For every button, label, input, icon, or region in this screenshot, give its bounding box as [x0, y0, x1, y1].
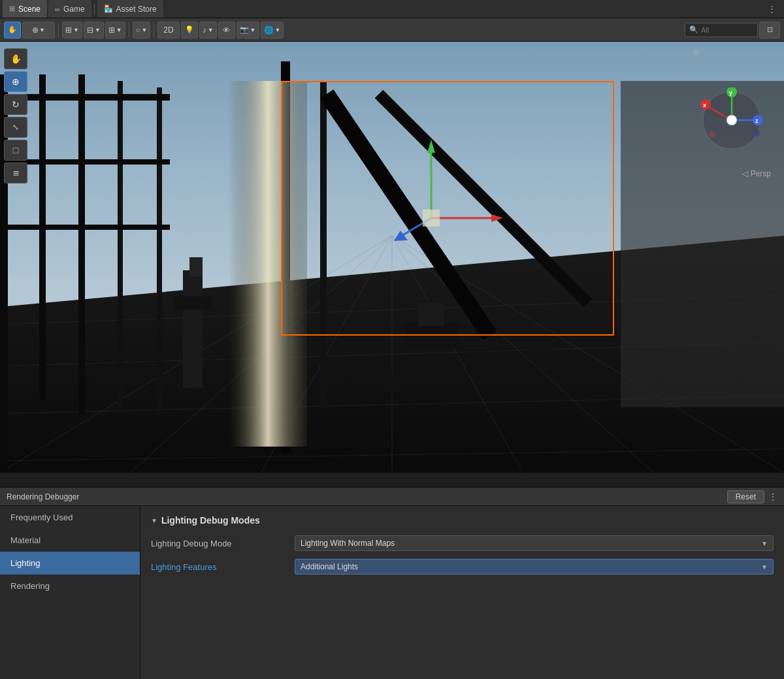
sidebar-item-frequently-used[interactable]: Frequently Used	[0, 506, 140, 529]
tab-assetstore[interactable]: 🏪 Asset Store	[97, 0, 163, 18]
rect-tool[interactable]: □	[4, 140, 27, 161]
panel-more-button[interactable]: ⋮	[768, 492, 777, 502]
panel-body: Frequently Used Material Lighting Render…	[0, 506, 784, 679]
hand-tool[interactable]: ✋	[4, 48, 27, 69]
global-icon: ⊟	[87, 25, 93, 35]
scale-tool-icon: ⤡	[12, 123, 19, 132]
toolbar-sep-3	[154, 23, 154, 37]
search-box: 🔍	[685, 23, 758, 37]
sidebar-item-material[interactable]: Material	[0, 529, 140, 552]
2d-label: 2D	[163, 25, 173, 35]
left-toolbar: ✋ ⊕ ↻ ⤡ □ ⊞	[4, 48, 27, 183]
shading-arrow: ▼	[141, 27, 147, 33]
search-icon: 🔍	[689, 25, 698, 34]
snap-icon: ⊞	[108, 25, 115, 35]
property-row-debug-mode: Lighting Debug Mode Lighting With Normal…	[151, 535, 774, 552]
svg-text:y: y	[729, 89, 732, 96]
pivot-tool-button[interactable]: ⊞ ▼	[62, 22, 82, 39]
move-tool-icon: ⊕	[12, 76, 20, 87]
fx-icon: 👁	[223, 26, 230, 34]
globe-button[interactable]: 🌐 ▼	[261, 22, 284, 39]
global-arrow: ▼	[95, 27, 101, 33]
move-icon: ⊕	[32, 25, 39, 35]
svg-point-49	[709, 131, 715, 138]
sidebar-item-rendering[interactable]: Rendering	[0, 575, 140, 597]
debug-mode-value: Lighting With Normal Maps ▼	[295, 535, 774, 551]
selection-box	[281, 81, 614, 336]
game-icon: ∞	[55, 5, 60, 13]
rect-tool-icon: □	[13, 145, 18, 155]
transform-tool[interactable]: ⊞	[4, 163, 27, 183]
snap-arrow: ▼	[116, 27, 122, 33]
rotate-tool-icon: ↻	[12, 99, 20, 110]
gizmo-overlay[interactable]: z x y	[699, 87, 771, 159]
toolbar-sep-1	[58, 23, 59, 37]
scene-icon: ⊞	[9, 5, 15, 13]
viewport[interactable]: ✋ ⊕ ↻ ⤡ □ ⊞ z x	[0, 42, 784, 473]
tab-assetstore-label: Asset Store	[116, 5, 157, 14]
search-input[interactable]	[701, 26, 753, 34]
svg-point-48	[753, 130, 760, 136]
viewport-menu-button[interactable]: ≡	[693, 47, 699, 59]
shading-button[interactable]: ○ ▼	[133, 22, 151, 39]
tab-scene[interactable]: ⊞ Scene	[3, 0, 47, 18]
sphere-icon: ○	[136, 26, 140, 34]
2d-mode-button[interactable]: 2D	[157, 22, 179, 39]
section-title: Lighting Debug Modes	[161, 515, 260, 526]
tab-separator	[94, 4, 95, 14]
camera-icon: 📷	[240, 25, 249, 34]
debug-mode-selected: Lighting With Normal Maps	[301, 539, 395, 548]
lighting-features-selected: Additional Lights	[301, 562, 358, 571]
rendering-debugger-panel: Rendering Debugger Reset ⋮ Frequently Us…	[0, 486, 784, 679]
gizmo-svg: z x y	[699, 87, 764, 153]
lighting-features-label[interactable]: Lighting Features	[151, 562, 295, 572]
toolbar: ✋ ⊕ ▼ ⊞ ▼ ⊟ ▼ ⊞ ▼ ○ ▼ 2D 💡 ♪ ▼ 👁 📷 ▼ 🌐	[0, 18, 784, 42]
svg-text:x: x	[703, 102, 706, 108]
collapse-icon[interactable]: ▼	[151, 517, 157, 524]
sidebar-item-lighting[interactable]: Lighting	[0, 552, 140, 575]
camera-button[interactable]: 📷 ▼	[237, 22, 259, 39]
persp-label: ◁ Persp	[742, 169, 771, 178]
audio-arrow: ▼	[208, 27, 214, 33]
transform-tool-icon: ⊞	[13, 169, 19, 178]
dropdown-arrow-icon: ▼	[39, 27, 45, 33]
tab-more-button[interactable]: ⋮	[762, 1, 781, 16]
light-icon: 💡	[185, 25, 194, 34]
pivot-arrow: ▼	[73, 27, 79, 33]
lighting-features-dropdown[interactable]: Additional Lights ▼	[295, 559, 774, 575]
tab-scene-label: Scene	[18, 5, 41, 14]
hand-tool-icon: ✋	[10, 54, 22, 64]
light-button[interactable]: 💡	[181, 22, 198, 39]
pivot-icon: ⊞	[65, 25, 72, 35]
hand-tool-button[interactable]: ✋	[4, 22, 21, 39]
transform-group[interactable]: ⊕ ▼	[22, 22, 55, 39]
reset-button[interactable]: Reset	[727, 490, 764, 503]
layers-icon: ⊡	[767, 25, 773, 34]
lighting-features-value: Additional Lights ▼	[295, 559, 774, 575]
panel-header: Rendering Debugger Reset ⋮	[0, 488, 784, 506]
property-row-lighting-features: Lighting Features Additional Lights ▼	[151, 558, 774, 575]
audio-button[interactable]: ♪ ▼	[199, 22, 217, 39]
globe-icon: 🌐	[264, 25, 274, 35]
dropdown-arrow-icon: ▼	[761, 540, 768, 547]
panel-main-content: ▼ Lighting Debug Modes Lighting Debug Mo…	[140, 506, 784, 679]
rotate-tool[interactable]: ↻	[4, 94, 27, 115]
move-tool[interactable]: ⊕	[4, 71, 27, 92]
snap-tool-button[interactable]: ⊞ ▼	[105, 22, 125, 39]
audio-icon: ♪	[203, 25, 206, 35]
tab-game-label: Game	[63, 5, 85, 14]
debug-mode-dropdown[interactable]: Lighting With Normal Maps ▼	[295, 535, 774, 551]
scale-tool[interactable]: ⤡	[4, 117, 27, 138]
panel-sidebar: Frequently Used Material Lighting Render…	[0, 506, 140, 679]
svg-text:z: z	[755, 118, 759, 124]
toolbar-sep-2	[129, 23, 129, 37]
debug-mode-label: Lighting Debug Mode	[151, 539, 295, 548]
tab-game[interactable]: ∞ Game	[48, 0, 91, 18]
fx-button[interactable]: 👁	[218, 22, 235, 39]
svg-point-47	[727, 115, 737, 125]
dropdown-arrow-2-icon: ▼	[761, 563, 768, 571]
layers-button[interactable]: ⊡	[759, 22, 780, 39]
panel-header-right: Reset ⋮	[727, 490, 777, 503]
hand-icon: ✋	[8, 25, 17, 34]
global-tool-button[interactable]: ⊟ ▼	[84, 22, 104, 39]
